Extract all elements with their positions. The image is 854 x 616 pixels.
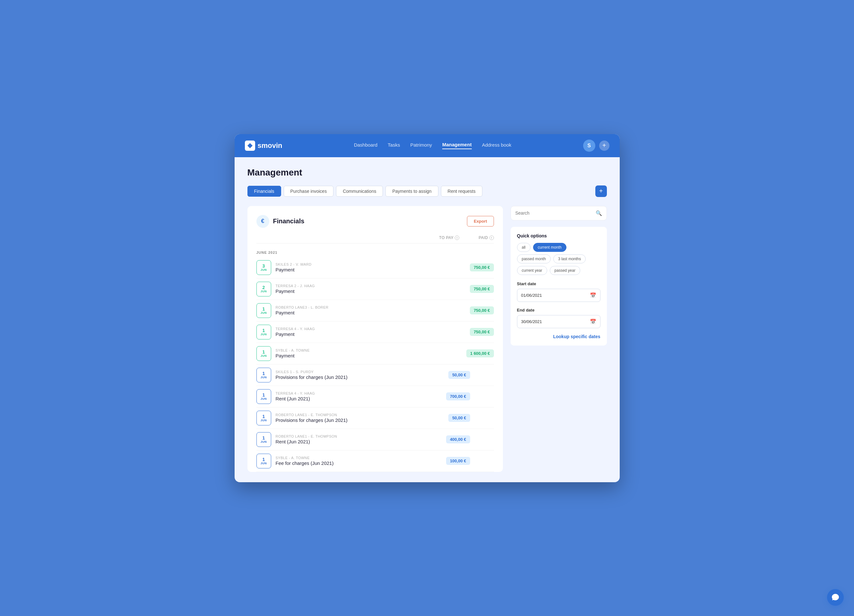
date-month: JUN	[261, 440, 267, 444]
chat-fab-button[interactable]	[827, 589, 844, 606]
logo-icon	[245, 140, 255, 151]
table-row[interactable]: 1JUNSKILES 1 - S. PURDYProvisions for ch…	[256, 364, 494, 386]
tab-purchase-invoices[interactable]: Purchase invoices	[284, 186, 334, 197]
tx-info: ROBERTO LANE3 - L. BORERPayment	[276, 305, 442, 316]
tab-payments-to-assign[interactable]: Payments to assign	[386, 186, 438, 197]
date-badge: 1JUN	[256, 411, 271, 425]
panel-title: Financials	[273, 218, 305, 225]
tx-name: Payment	[276, 288, 442, 294]
lookup-specific-dates-button[interactable]: Lookup specific dates	[517, 334, 601, 339]
start-date-input[interactable]	[521, 293, 590, 298]
tx-subtitle: SKILES 2 - V. WARD	[276, 262, 442, 266]
quick-options-grid: allcurrent monthpassed month3 last month…	[517, 243, 601, 275]
tx-info: SKILES 1 - S. PURDYProvisions for charge…	[276, 370, 444, 380]
table-row[interactable]: 3JUNSKILES 2 - V. WARDPayment750,00 €	[256, 257, 494, 279]
date-badge: 1JUN	[256, 367, 271, 383]
search-input[interactable]	[515, 210, 592, 216]
export-button[interactable]: Export	[467, 216, 494, 227]
date-badge: 1JUN	[256, 389, 271, 404]
search-box: 🔍	[511, 206, 607, 220]
tab-rent-requests[interactable]: Rent requests	[441, 186, 482, 197]
date-month: JUN	[261, 419, 267, 422]
logo[interactable]: smovin	[245, 140, 282, 151]
paid-amount: 1 600,00 €	[466, 349, 494, 357]
quick-option-current-month[interactable]: current month	[533, 243, 566, 252]
end-date-input[interactable]	[521, 319, 590, 324]
tab-communications[interactable]: Communications	[336, 186, 383, 197]
to-pay-amount: 700,00 €	[446, 392, 470, 400]
tx-info: ROBERTO LANE1 - E. THOMPSONRent (Jun 202…	[276, 435, 442, 444]
tx-name: Rent (Jun 2021)	[276, 396, 442, 401]
quick-option-passed-month[interactable]: passed month	[517, 255, 551, 264]
tx-subtitle: ROBERTO LANE3 - L. BORER	[276, 305, 442, 309]
date-day: 1	[262, 328, 265, 333]
start-date-calendar-icon[interactable]: 📅	[590, 292, 596, 298]
date-month: JUN	[261, 462, 267, 465]
tx-name: Payment	[276, 353, 438, 358]
end-date-field: 📅	[517, 315, 601, 328]
table-row[interactable]: 1JUNSYBLE - A. TOWNEPayment1 600,00 €	[256, 343, 494, 364]
panel-header: € Financials Export	[256, 215, 494, 228]
table-row[interactable]: 1JUNROBERTO LANE3 - L. BORERPayment750,0…	[256, 300, 494, 322]
end-date-calendar-icon[interactable]: 📅	[590, 319, 596, 325]
quick-option-3-last-months[interactable]: 3 last months	[553, 255, 586, 264]
date-day: 1	[262, 371, 265, 376]
quick-options-title: Quick options	[517, 233, 601, 238]
date-month: JUN	[261, 397, 267, 400]
financials-panel: € Financials Export TO PAY i PAID i JU	[247, 206, 503, 472]
avatar[interactable]: S	[583, 140, 595, 152]
paid-amount: 750,00 €	[470, 285, 494, 293]
nav-link-patrimony[interactable]: Patrimony	[410, 142, 432, 149]
table-row[interactable]: 2JUNTERRESA 2 - J. HAAGPayment750,00 €	[256, 279, 494, 300]
date-badge: 2JUN	[256, 282, 271, 296]
to-pay-amount: 50,00 €	[448, 414, 470, 422]
quick-option-passed-year[interactable]: passed year	[550, 266, 580, 275]
tx-name: Rent (Jun 2021)	[276, 439, 442, 444]
nav-link-tasks[interactable]: Tasks	[388, 142, 400, 149]
table-row[interactable]: 1JUNROBERTO LANE1 - E. THOMPSONRent (Jun…	[256, 429, 494, 450]
tabs-row: FinancialsPurchase invoicesCommunication…	[247, 186, 607, 197]
date-badge: 1JUN	[256, 303, 271, 318]
table-row[interactable]: 1JUNSYBLE - A. TOWNEFee for charges (Jun…	[256, 450, 494, 472]
table-row[interactable]: 1JUNROBERTO LANE1 - E. THOMPSONProvision…	[256, 407, 494, 429]
filter-panel: Quick options allcurrent monthpassed mon…	[511, 227, 607, 346]
svg-marker-0	[247, 143, 253, 148]
table-row[interactable]: 1JUNTERRESA 4 - Y. HAAGPayment750,00 €	[256, 322, 494, 343]
to-pay-info-icon[interactable]: i	[455, 235, 459, 240]
date-badge: 1JUN	[256, 432, 271, 447]
date-day: 1	[262, 393, 265, 397]
tx-info: TERRESA 2 - J. HAAGPayment	[276, 284, 442, 294]
paid-info-icon[interactable]: i	[490, 235, 494, 240]
add-tab-button[interactable]: +	[595, 186, 607, 197]
date-day: 1	[262, 350, 265, 354]
nav-link-dashboard[interactable]: Dashboard	[354, 142, 377, 149]
quick-option-current-year[interactable]: current year	[517, 266, 547, 275]
header-plus-button[interactable]: +	[599, 140, 610, 151]
nav-link-management[interactable]: Management	[442, 142, 472, 149]
tab-financials[interactable]: Financials	[247, 186, 281, 197]
tx-info: SYBLE - A. TOWNEPayment	[276, 348, 438, 358]
search-icon: 🔍	[596, 210, 602, 216]
to-pay-header: TO PAY i	[439, 235, 459, 240]
date-badge: 3JUN	[256, 260, 271, 275]
date-badge: 1JUN	[256, 454, 271, 468]
date-day: 1	[262, 436, 265, 440]
quick-option-all[interactable]: all	[517, 243, 531, 252]
paid-amount: 750,00 €	[470, 328, 494, 336]
date-day: 1	[262, 307, 265, 311]
euro-icon: €	[256, 215, 269, 228]
date-day: 2	[262, 285, 265, 290]
tx-info: TERRESA 4 - Y. HAAGPayment	[276, 327, 442, 337]
start-date-field: 📅	[517, 289, 601, 302]
table-row[interactable]: 1JUNTERRESA 4 - Y. HAAGRent (Jun 2021)70…	[256, 386, 494, 407]
end-date-label: End date	[517, 308, 601, 313]
tx-subtitle: ROBERTO LANE1 - E. THOMPSON	[276, 435, 442, 438]
page-title: Management	[247, 168, 607, 178]
logo-text: smovin	[258, 142, 282, 150]
content-layout: € Financials Export TO PAY i PAID i JU	[247, 206, 607, 472]
table-column-headers: TO PAY i PAID i	[256, 235, 494, 244]
nav-link-address-book[interactable]: Address book	[482, 142, 512, 149]
paid-amount: 750,00 €	[470, 264, 494, 271]
right-panel: 🔍 Quick options allcurrent monthpassed m…	[511, 206, 607, 346]
tx-subtitle: SYBLE - A. TOWNE	[276, 456, 442, 460]
